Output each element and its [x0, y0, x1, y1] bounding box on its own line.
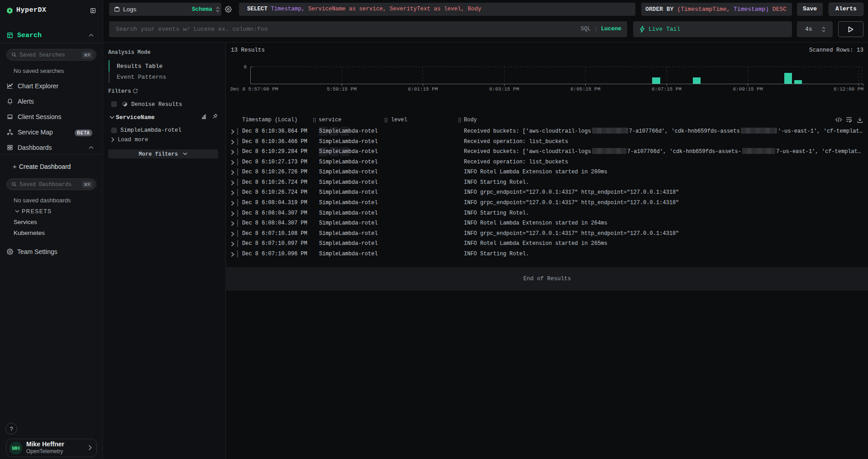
svg-text:6:03:15 PM: 6:03:15 PM: [489, 86, 519, 92]
svg-text:8: 8: [243, 64, 247, 70]
svg-text:6:12:00 PM: 6:12:00 PM: [834, 86, 863, 92]
svg-text:6:09:15 PM: 6:09:15 PM: [733, 86, 763, 92]
svg-text:5:59:15 PM: 5:59:15 PM: [327, 86, 357, 92]
svg-text:6:05:15 PM: 6:05:15 PM: [570, 86, 600, 92]
svg-text:6:01:15 PM: 6:01:15 PM: [408, 86, 438, 92]
svg-text:Dec 8 5:57:00 PM: Dec 8 5:57:00 PM: [230, 86, 278, 92]
svg-text:6:07:15 PM: 6:07:15 PM: [652, 86, 682, 92]
